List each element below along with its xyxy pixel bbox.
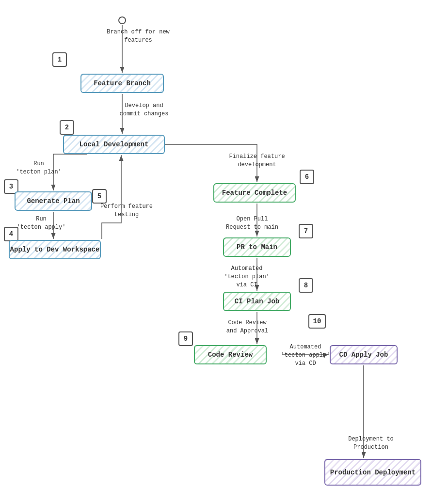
node-apply-dev-label: Apply to Dev Workspace	[10, 246, 100, 253]
annotation-finalize: Finalize featuredevelopment	[218, 153, 296, 169]
node-code-review-label: Code Review	[208, 351, 253, 359]
step-badge-10: 10	[308, 314, 326, 329]
step-badge-6: 6	[300, 170, 314, 184]
annotation-branch-off: Branch off for new features	[104, 28, 172, 45]
node-pr-to-main-label: PR to Main	[237, 243, 277, 251]
annotation-deployment: Deployment toProduction	[339, 435, 402, 452]
node-feature-complete: Feature Complete	[213, 183, 296, 203]
annotation-open-pr: Open PullRequest to main	[218, 215, 286, 232]
node-cd-apply-job-label: CD Apply Job	[339, 351, 388, 359]
node-apply-dev: Apply to Dev Workspace	[9, 240, 101, 259]
diagram-container: Branch off for new features 1 Feature Br…	[0, 0, 448, 488]
node-local-dev-label: Local Development	[80, 141, 149, 148]
step-badge-4: 4	[4, 227, 18, 241]
step-badge-7: 7	[299, 224, 313, 238]
node-pr-to-main: PR to Main	[223, 237, 291, 257]
annotation-feature-testing: Perform featuretesting	[95, 203, 158, 219]
annotation-run-plan: Run'tecton plan'	[15, 160, 63, 176]
node-code-review: Code Review	[194, 345, 267, 364]
node-generate-plan-label: Generate Plan	[27, 197, 80, 205]
node-feature-branch-label: Feature Branch	[94, 79, 151, 87]
node-local-dev: Local Development	[63, 135, 165, 154]
annotation-develop: Develop andcommit changes	[108, 102, 180, 118]
node-production-deployment: Production Deployment	[324, 459, 421, 486]
step-badge-2: 2	[60, 120, 74, 135]
annotation-cd-apply: Automated'tecton apply'via CD	[276, 343, 335, 367]
step-badge-8: 8	[299, 278, 313, 293]
step-badge-1: 1	[52, 52, 67, 67]
node-feature-branch: Feature Branch	[80, 74, 164, 93]
annotation-run-apply: Run'tecton apply'	[15, 215, 68, 232]
node-ci-plan-job: CI Plan Job	[223, 292, 291, 311]
node-production-deployment-label: Production Deployment	[330, 469, 416, 476]
annotation-code-review-ann: Code Reviewand Approval	[213, 319, 281, 335]
step-badge-5: 5	[92, 189, 107, 204]
step-badge-9: 9	[178, 331, 193, 346]
node-cd-apply-job: CD Apply Job	[330, 345, 398, 364]
node-feature-complete-label: Feature Complete	[222, 189, 287, 197]
node-generate-plan: Generate Plan	[15, 191, 92, 211]
annotation-ci-plan: Automated'tecton plan'via CI	[215, 265, 278, 289]
node-ci-plan-job-label: CI Plan Job	[235, 298, 279, 305]
start-circle	[118, 16, 126, 24]
